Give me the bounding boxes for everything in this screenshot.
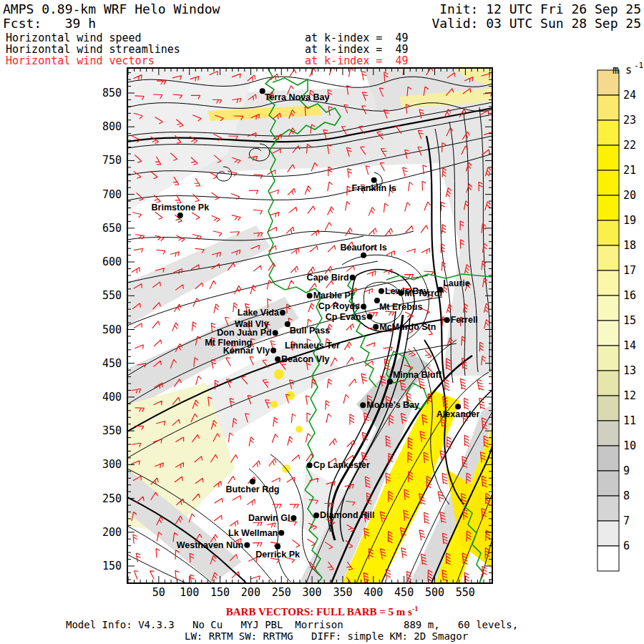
- station-label: McMurdo Stn: [379, 322, 436, 332]
- colorbar-label: 12: [623, 389, 636, 402]
- y-axis-tick-label: 600: [102, 255, 122, 268]
- colorbar-label: 11: [623, 414, 636, 427]
- station-dot: [307, 462, 313, 468]
- station-dot: [313, 512, 319, 518]
- x-axis-tick-label: 450: [394, 586, 414, 599]
- colorbar-label: 9: [623, 464, 630, 477]
- station-label: Westhaven Nun: [177, 540, 244, 550]
- colorbar-cell: [597, 471, 619, 496]
- station-label: Darwin Gl: [248, 513, 290, 523]
- legend-row-wind-speed: Horizontal wind speed at k-index = 49: [6, 32, 507, 44]
- station-label: Butcher Rdg: [225, 484, 279, 494]
- station-label: Bull Pass: [290, 326, 330, 336]
- barb-note-text: BARB VECTORS: FULL BARB = 5 m s: [226, 606, 412, 618]
- station-label: Moore's Bay: [366, 400, 419, 410]
- station-dot: [398, 291, 404, 296]
- station-dot: [379, 288, 384, 294]
- station-dot: [371, 177, 377, 183]
- station-dot: [361, 253, 366, 258]
- station-label: Lake Vida: [238, 308, 280, 318]
- field-label: Horizontal wind speed: [6, 32, 142, 44]
- station-label: Diamond Hill: [320, 510, 374, 520]
- x-axis-tick-label: 550: [456, 586, 475, 599]
- barb-note-exponent: -1: [412, 605, 418, 613]
- station-dot: [373, 324, 379, 330]
- colorbar-cell: [597, 446, 619, 471]
- station-dot: [367, 314, 373, 320]
- colorbar-label: 20: [623, 189, 636, 202]
- colorbar-label: 23: [623, 114, 636, 127]
- y-axis-tick-label: 700: [102, 188, 122, 201]
- colorbar-cell: [597, 95, 619, 120]
- barb-vectors-note: BARB VECTORS: FULL BARB = 5 m s-1: [0, 605, 644, 618]
- y-axis-tick-label: 750: [102, 154, 122, 167]
- colorbar-label: 17: [623, 264, 636, 277]
- station-label: Alexander: [436, 409, 480, 419]
- station-dot: [361, 303, 366, 309]
- colorbar-label: 7: [623, 514, 630, 527]
- y-axis-tick-label: 800: [102, 120, 122, 133]
- x-axis-tick-label: 250: [272, 586, 291, 599]
- station-dot: [270, 348, 276, 353]
- station-dot: [455, 404, 461, 409]
- station-dot: [275, 356, 280, 362]
- y-axis-tick-label: 350: [102, 424, 122, 437]
- station-dot: [273, 330, 278, 336]
- x-axis-tick-label: 100: [180, 586, 199, 599]
- x-axis-tick-label: 50: [152, 586, 165, 599]
- colorbar-cell: [597, 321, 619, 346]
- colorbar-cell: [597, 245, 619, 270]
- colorbar-cell: [597, 521, 619, 546]
- colorbar-cell: [597, 220, 619, 245]
- physics-line: LW: RRTM SW: RRTMG DIFF: simple KM: 2D S…: [185, 631, 468, 642]
- colorbar-label: 13: [623, 364, 636, 377]
- colorbar-cell: [597, 170, 619, 195]
- colorbar-label: 10: [623, 439, 636, 452]
- station-label: Ferrell: [451, 315, 478, 325]
- station-label: Laurie: [443, 278, 470, 288]
- colorbar-cell: [597, 421, 619, 446]
- station-label: Cape Bird: [307, 273, 349, 283]
- colorbar-cell: [597, 296, 619, 321]
- station-label: Beacon Vly: [281, 354, 329, 364]
- station-label: Kennar Vly: [223, 346, 270, 356]
- field-level: at k-index = 49: [305, 32, 409, 44]
- amps-forecast-page: AMPS 0.89-km WRF Helo Window Fcst: 39 h …: [0, 0, 644, 644]
- station-label: Lk Wellman: [228, 528, 278, 538]
- station-label: Don Juan Pd: [217, 328, 271, 338]
- colorbar-label: 14: [623, 339, 636, 352]
- station-label: Marble Pt: [313, 291, 354, 301]
- colorbar-label: 6: [623, 540, 630, 552]
- legend-row-streamlines: Horizontal wind streamlines at k-index =…: [6, 44, 507, 55]
- station-label: Beaufort Is: [340, 243, 386, 253]
- field-label: Horizontal wind streamlines: [6, 44, 180, 55]
- x-axis-tick-label: 300: [303, 586, 322, 599]
- y-axis-tick-label: 250: [102, 492, 122, 505]
- colorbar-label: 18: [623, 239, 636, 252]
- station-label: Terra Nova Bay: [265, 92, 330, 102]
- station-label: Cp Evans: [326, 312, 366, 322]
- field-level: at k-index = 49: [305, 44, 409, 55]
- station-dot: [350, 275, 356, 280]
- station-label: Mt Erebus: [379, 302, 422, 312]
- station-dot: [278, 530, 284, 536]
- init-time-label: Init: 12 UTC Fri 26 Sep 25: [439, 2, 641, 16]
- forecast-hour-label: Fcst: 39 h: [3, 16, 96, 30]
- y-axis-tick-label: 150: [102, 560, 122, 572]
- colorbar-cell: [597, 120, 619, 145]
- station-label: Brimstone Pk: [152, 203, 210, 213]
- station-dot: [387, 379, 393, 384]
- station-dot: [437, 287, 443, 293]
- station-dot: [280, 310, 286, 316]
- y-axis-tick-label: 450: [102, 357, 122, 370]
- model-info-line: Model Info: V4.3.3 No Cu MYJ PBL Morriso…: [66, 620, 518, 630]
- y-axis-tick-label: 500: [102, 323, 122, 336]
- map-area: Terra Nova BayBrimstone PkFranklin IsBea…: [127, 66, 493, 590]
- y-axis-tick-label: 300: [102, 458, 122, 471]
- x-axis-tick-label: 200: [241, 586, 260, 599]
- station-dot: [177, 213, 183, 218]
- map-plot: Terra Nova BayBrimstone PkFranklin IsBea…: [0, 61, 644, 605]
- station-dot: [444, 317, 450, 323]
- colorbar: 2423222120191817161514131211109876m s-1: [597, 61, 643, 571]
- colorbar-cell: [597, 195, 619, 220]
